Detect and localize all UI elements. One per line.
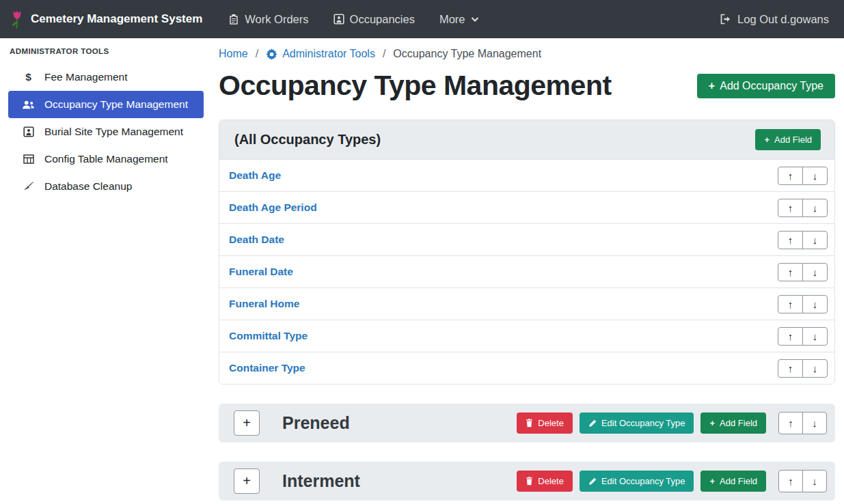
arrow-down-icon: ↓ xyxy=(812,417,817,429)
field-row: Death Age ↑ ↓ xyxy=(219,159,834,191)
breadcrumb-separator: / xyxy=(383,48,385,60)
logout-label: Log Out d.gowans xyxy=(737,13,829,26)
move-up-button[interactable]: ↑ xyxy=(778,412,803,434)
app-title: Cemetery Management System xyxy=(31,12,202,26)
add-occupancy-type-button[interactable]: + Add Occupancy Type xyxy=(697,74,835,98)
move-up-button[interactable]: ↑ xyxy=(778,231,803,249)
field-link-death-date[interactable]: Death Date xyxy=(229,234,284,246)
sidebar-heading: Administrator Tools xyxy=(8,47,204,55)
field-link-funeral-date[interactable]: Funeral Date xyxy=(229,266,293,278)
field-link-committal-type[interactable]: Committal Type xyxy=(229,330,308,342)
dollar-icon: $ xyxy=(21,71,36,83)
move-up-button[interactable]: ↑ xyxy=(778,263,803,281)
move-down-button[interactable]: ↓ xyxy=(802,199,828,217)
plus-icon: + xyxy=(243,415,251,431)
breadcrumb-separator: / xyxy=(256,48,258,60)
nav-occupancies[interactable]: Occupancies xyxy=(333,13,415,26)
section-actions: Delete Edit Occupancy Type + Add Field ↑… xyxy=(517,412,827,434)
move-down-button[interactable]: ↓ xyxy=(802,167,828,185)
nav-work-orders[interactable]: Work Orders xyxy=(228,13,308,26)
move-down-button[interactable]: ↓ xyxy=(802,470,827,492)
add-field-button[interactable]: + Add Field xyxy=(700,471,766,492)
arrow-up-icon: ↑ xyxy=(788,331,793,342)
add-field-button[interactable]: + Add Field xyxy=(755,129,821,150)
breadcrumb-home-link[interactable]: Home xyxy=(219,48,248,60)
arrow-up-icon: ↑ xyxy=(788,363,793,374)
reorder-buttons: ↑ ↓ xyxy=(778,412,827,434)
occupancy-type-section-interment: + Interment Delete Edit Occupancy Type +… xyxy=(219,462,835,501)
sidebar-item-label: Fee Management xyxy=(44,71,128,83)
arrow-down-icon: ↓ xyxy=(813,266,818,278)
plus-icon: + xyxy=(709,476,715,486)
plus-icon: + xyxy=(764,135,770,145)
move-up-button[interactable]: ↑ xyxy=(778,359,803,378)
move-down-button[interactable]: ↓ xyxy=(802,295,828,313)
reorder-buttons: ↑ ↓ xyxy=(778,263,828,281)
edit-occupancy-type-label: Edit Occupancy Type xyxy=(601,418,685,428)
reorder-buttons: ↑ ↓ xyxy=(778,231,828,249)
trash-icon xyxy=(526,477,533,486)
sidebar-item-label: Occupancy Type Management xyxy=(44,98,188,111)
sidebar-item-burial-site-type-management[interactable]: Burial Site Type Management xyxy=(8,118,204,145)
add-field-button[interactable]: + Add Field xyxy=(700,412,766,434)
field-link-funeral-home[interactable]: Funeral Home xyxy=(229,298,299,310)
delete-button[interactable]: Delete xyxy=(517,471,573,492)
edit-occupancy-type-label: Edit Occupancy Type xyxy=(601,476,685,486)
nav-more[interactable]: More xyxy=(439,13,479,26)
breadcrumb-current: Occupancy Type Management xyxy=(393,48,541,60)
edit-occupancy-type-button[interactable]: Edit Occupancy Type xyxy=(580,471,694,492)
plus-icon: + xyxy=(243,473,251,489)
move-down-button[interactable]: ↓ xyxy=(802,412,827,434)
sidebar: Administrator Tools $ Fee Management Occ… xyxy=(0,38,210,200)
field-row: Container Type ↑ ↓ xyxy=(219,352,834,384)
nav-occupancies-label: Occupancies xyxy=(350,13,415,26)
sidebar-item-config-table-management[interactable]: Config Table Management xyxy=(8,145,204,173)
table-icon xyxy=(21,154,36,165)
main-content: Home / Administrator Tools / Occupancy T… xyxy=(210,38,844,501)
arrow-up-icon: ↑ xyxy=(788,475,793,487)
move-up-button[interactable]: ↑ xyxy=(778,327,803,346)
pencil-icon xyxy=(588,477,597,486)
arrow-up-icon: ↑ xyxy=(788,202,793,214)
move-down-button[interactable]: ↓ xyxy=(802,263,828,281)
move-down-button[interactable]: ↓ xyxy=(802,231,828,249)
field-link-container-type[interactable]: Container Type xyxy=(229,362,305,374)
broom-icon xyxy=(21,181,36,192)
reorder-buttons: ↑ ↓ xyxy=(778,327,828,346)
sidebar-item-label: Burial Site Type Management xyxy=(44,126,183,138)
add-field-label: Add Field xyxy=(720,418,757,428)
expand-button[interactable]: + xyxy=(234,468,260,494)
delete-button[interactable]: Delete xyxy=(517,412,573,434)
chevron-down-icon xyxy=(471,16,479,23)
gear-icon xyxy=(266,48,277,60)
occupancy-type-section-preneed: + Preneed Delete Edit Occupancy Type + A… xyxy=(219,404,835,443)
breadcrumb: Home / Administrator Tools / Occupancy T… xyxy=(219,48,835,60)
reorder-buttons: ↑ ↓ xyxy=(778,199,828,217)
sidebar-item-fee-management[interactable]: $ Fee Management xyxy=(8,64,204,91)
field-row: Funeral Home ↑ ↓ xyxy=(219,288,834,320)
move-down-button[interactable]: ↓ xyxy=(802,359,828,378)
plus-icon: + xyxy=(709,418,715,428)
sidebar-item-occupancy-type-management[interactable]: Occupancy Type Management xyxy=(8,91,204,118)
move-up-button[interactable]: ↑ xyxy=(778,167,803,185)
move-up-button[interactable]: ↑ xyxy=(778,199,803,217)
breadcrumb-admin-tools-link[interactable]: Administrator Tools xyxy=(266,48,375,60)
expand-button[interactable]: + xyxy=(234,410,260,436)
logout-link[interactable]: Log Out d.gowans xyxy=(720,13,829,26)
section-title: Preneed xyxy=(282,413,350,433)
section-actions: Delete Edit Occupancy Type + Add Field ↑… xyxy=(517,470,827,492)
field-row: Committal Type ↑ ↓ xyxy=(219,320,834,352)
field-link-death-age[interactable]: Death Age xyxy=(229,169,281,182)
breadcrumb-admin-tools-label: Administrator Tools xyxy=(282,48,375,60)
arrow-down-icon: ↓ xyxy=(813,202,818,214)
app-brand[interactable]: Cemetery Management System xyxy=(10,9,202,29)
move-down-button[interactable]: ↓ xyxy=(802,327,828,346)
delete-label: Delete xyxy=(538,476,564,486)
field-link-death-age-period[interactable]: Death Age Period xyxy=(229,201,317,214)
edit-occupancy-type-button[interactable]: Edit Occupancy Type xyxy=(580,412,694,434)
sidebar-item-database-cleanup[interactable]: Database Cleanup xyxy=(8,173,204,200)
move-up-button[interactable]: ↑ xyxy=(778,470,803,492)
arrow-up-icon: ↑ xyxy=(788,298,793,310)
move-up-button[interactable]: ↑ xyxy=(778,295,803,313)
flower-logo-icon xyxy=(10,9,25,29)
